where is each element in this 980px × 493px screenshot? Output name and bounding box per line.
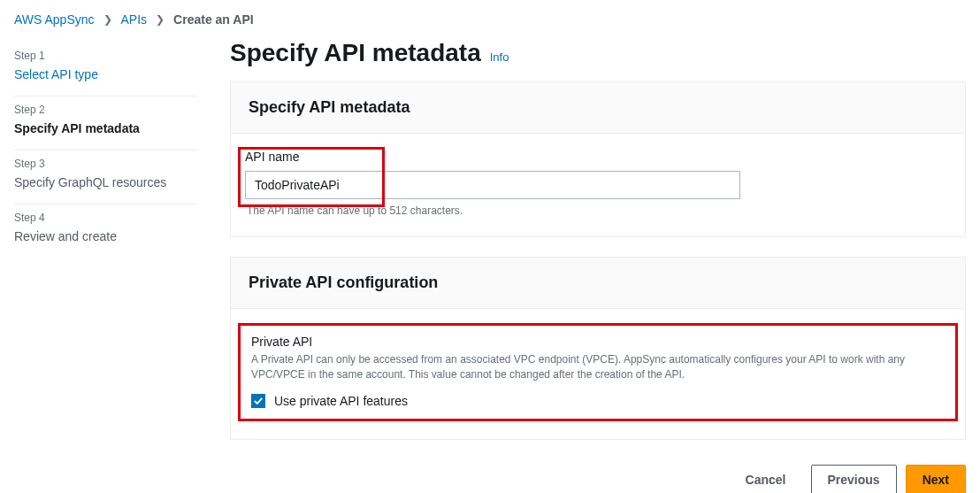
step-name[interactable]: Select API type	[14, 67, 198, 81]
chevron-right-icon: ❯	[156, 13, 165, 26]
private-api-checkbox-label: Use private API features	[274, 394, 408, 408]
panel-api-metadata: Specify API metadata API name The API na…	[230, 81, 966, 237]
step-name: Review and create	[14, 229, 198, 243]
highlight-box: Private API A Private API can only be ac…	[238, 323, 958, 421]
info-link[interactable]: Info	[490, 50, 509, 64]
wizard-step-4: Step 4 Review and create	[14, 204, 198, 258]
previous-button[interactable]: Previous	[811, 465, 897, 493]
page-title: Specify API metadata	[230, 39, 481, 67]
checkbox-checked-icon[interactable]	[251, 394, 265, 408]
step-number-label: Step 4	[14, 212, 198, 224]
wizard-step-1[interactable]: Step 1 Select API type	[14, 50, 198, 96]
wizard-step-3: Step 3 Specify GraphQL resources	[14, 150, 198, 204]
panel-header: Specify API metadata	[231, 82, 965, 134]
wizard-steps-sidebar: Step 1 Select API type Step 2 Specify AP…	[14, 34, 198, 493]
api-name-label: API name	[238, 150, 956, 164]
panel-header: Private API configuration	[231, 258, 965, 309]
step-number-label: Step 2	[14, 104, 198, 116]
wizard-footer: Cancel Previous Next	[230, 459, 966, 493]
breadcrumb-current: Create an API	[173, 12, 254, 27]
private-api-description: A Private API can only be accessed from …	[251, 352, 945, 383]
private-api-title: Private API	[251, 335, 945, 349]
breadcrumb: AWS AppSync ❯ APIs ❯ Create an API	[0, 0, 980, 34]
breadcrumb-apis[interactable]: APIs	[121, 12, 148, 27]
api-name-input[interactable]	[245, 171, 740, 199]
main-content: Specify API metadata Info Specify API me…	[230, 34, 966, 493]
wizard-step-2: Step 2 Specify API metadata	[14, 96, 198, 150]
step-number-label: Step 1	[14, 50, 198, 62]
panel-private-api-config: Private API configuration Private API A …	[230, 257, 966, 440]
breadcrumb-root[interactable]: AWS AppSync	[14, 12, 95, 27]
next-button[interactable]: Next	[906, 465, 966, 493]
cancel-button[interactable]: Cancel	[730, 465, 802, 493]
private-api-checkbox-row[interactable]: Use private API features	[251, 394, 945, 408]
step-number-label: Step 3	[14, 158, 198, 170]
step-name: Specify GraphQL resources	[14, 175, 198, 189]
api-name-helper: The API name can have up to 512 characte…	[240, 204, 956, 217]
chevron-right-icon: ❯	[103, 13, 112, 26]
step-name: Specify API metadata	[14, 121, 198, 135]
